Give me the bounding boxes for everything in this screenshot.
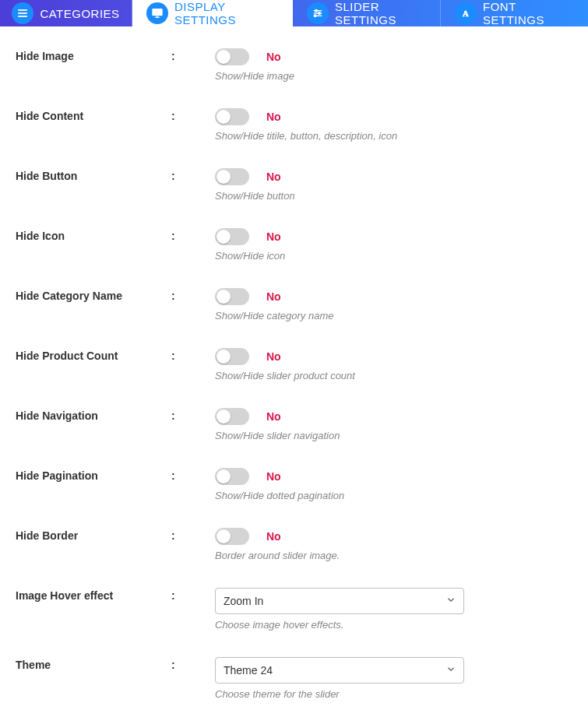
font-icon: A bbox=[455, 2, 477, 24]
hide-border-toggle[interactable] bbox=[215, 528, 249, 545]
field-hint: Show/Hide dotted pagination bbox=[215, 490, 572, 501]
list-icon bbox=[12, 2, 33, 24]
toggle-state: No bbox=[266, 111, 281, 123]
field-hint: Choose image hover effects. bbox=[215, 619, 572, 631]
select-value: Theme 24 bbox=[224, 664, 273, 677]
toggle-state: No bbox=[266, 170, 281, 183]
tab-label: CATEGORIES bbox=[40, 7, 119, 20]
separator: : bbox=[171, 588, 196, 602]
row-hide-category: Hide Category Name : No Show/Hide catego… bbox=[16, 288, 572, 322]
field-label: Hide Icon bbox=[16, 228, 171, 242]
svg-point-7 bbox=[315, 9, 318, 12]
field-label: Hide Border bbox=[16, 528, 171, 542]
row-hide-image: Hide Image : No Show/Hide image bbox=[16, 48, 572, 82]
row-hide-button: Hide Button : No Show/Hide button bbox=[16, 168, 572, 202]
row-hide-navigation: Hide Navigation : No Show/Hide slider na… bbox=[16, 408, 572, 441]
toggle-state: No bbox=[266, 230, 281, 243]
field-hint: Show/Hide titile, button, description, i… bbox=[215, 130, 572, 142]
monitor-icon bbox=[146, 2, 168, 24]
field-label: Hide Button bbox=[16, 168, 171, 182]
toggle-state: No bbox=[266, 410, 281, 423]
tabs-bar: CATEGORIES DISPLAY SETTINGS SLIDER SETTI… bbox=[0, 0, 588, 26]
field-hint: Show/Hide category name bbox=[215, 310, 572, 322]
settings-panel: Hide Image : No Show/Hide image Hide Con… bbox=[0, 26, 588, 717]
field-hint: Show/Hide icon bbox=[215, 250, 572, 262]
row-hide-product-count: Hide Product Count : No Show/Hide slider… bbox=[16, 348, 572, 381]
field-label: Hide Product Count bbox=[16, 348, 171, 362]
separator: : bbox=[171, 348, 196, 362]
toggle-state: No bbox=[266, 470, 281, 483]
hide-image-toggle[interactable] bbox=[215, 48, 249, 65]
tab-label: SLIDER SETTINGS bbox=[335, 0, 426, 26]
separator: : bbox=[171, 228, 196, 242]
svg-point-11 bbox=[314, 15, 316, 17]
toggle-state: No bbox=[266, 290, 281, 303]
svg-rect-1 bbox=[19, 12, 27, 13]
hide-product-count-toggle[interactable] bbox=[215, 348, 249, 365]
svg-rect-0 bbox=[19, 9, 27, 10]
toggle-state: No bbox=[266, 350, 281, 363]
tab-categories[interactable]: CATEGORIES bbox=[0, 0, 132, 26]
field-hint: Show/Hide slider product count bbox=[215, 370, 572, 381]
row-hide-border: Hide Border : No Border around slider im… bbox=[16, 528, 572, 561]
field-hint: Show/Hide image bbox=[215, 70, 572, 82]
row-hide-content: Hide Content : No Show/Hide titile, butt… bbox=[16, 108, 572, 142]
select-value: Zoom In bbox=[224, 595, 263, 607]
field-hint: Show/Hide button bbox=[215, 190, 572, 202]
field-label: Hide Category Name bbox=[16, 288, 171, 302]
toggle-state: No bbox=[266, 530, 281, 543]
tab-label: DISPLAY SETTINGS bbox=[174, 0, 278, 26]
field-hint: Border around slider image. bbox=[215, 550, 572, 561]
separator: : bbox=[171, 528, 196, 542]
field-label: Theme bbox=[16, 657, 171, 671]
separator: : bbox=[171, 288, 196, 302]
separator: : bbox=[171, 168, 196, 182]
theme-select[interactable]: Theme 24 bbox=[215, 657, 464, 684]
svg-text:A: A bbox=[463, 9, 469, 18]
field-hint: Show/Hide slider navigation bbox=[215, 430, 572, 441]
tab-font-settings[interactable]: A FONT SETTINGS bbox=[441, 0, 588, 26]
hide-pagination-toggle[interactable] bbox=[215, 468, 249, 485]
hide-button-toggle[interactable] bbox=[215, 168, 249, 185]
svg-rect-3 bbox=[153, 9, 162, 16]
hide-icon-toggle[interactable] bbox=[215, 228, 249, 245]
row-hide-icon: Hide Icon : No Show/Hide icon bbox=[16, 228, 572, 262]
sliders-icon bbox=[307, 2, 329, 24]
hide-navigation-toggle[interactable] bbox=[215, 408, 249, 425]
tab-display-settings[interactable]: DISPLAY SETTINGS bbox=[132, 0, 293, 26]
row-hover-effect: Image Hover effect : Zoom In Choose imag… bbox=[16, 588, 572, 631]
toggle-state: No bbox=[266, 51, 281, 63]
row-theme: Theme : Theme 24 Choose theme for the sl… bbox=[16, 657, 572, 700]
separator: : bbox=[171, 657, 196, 671]
field-hint: Choose theme for the slider bbox=[215, 688, 572, 700]
svg-rect-2 bbox=[19, 16, 27, 16]
field-label: Hide Image bbox=[16, 48, 171, 62]
separator: : bbox=[171, 408, 196, 422]
separator: : bbox=[171, 108, 196, 122]
row-hide-pagination: Hide Pagination : No Show/Hide dotted pa… bbox=[16, 468, 572, 501]
tab-label: FONT SETTINGS bbox=[483, 0, 574, 26]
hide-category-toggle[interactable] bbox=[215, 288, 249, 305]
field-label: Hide Pagination bbox=[16, 468, 171, 482]
field-label: Image Hover effect bbox=[16, 588, 171, 602]
field-label: Hide Content bbox=[16, 108, 171, 122]
hover-effect-select[interactable]: Zoom In bbox=[215, 588, 464, 614]
field-label: Hide Navigation bbox=[16, 408, 171, 422]
separator: : bbox=[171, 48, 196, 62]
svg-point-9 bbox=[319, 12, 321, 15]
hide-content-toggle[interactable] bbox=[215, 108, 249, 125]
tab-slider-settings[interactable]: SLIDER SETTINGS bbox=[293, 0, 441, 26]
separator: : bbox=[171, 468, 196, 482]
